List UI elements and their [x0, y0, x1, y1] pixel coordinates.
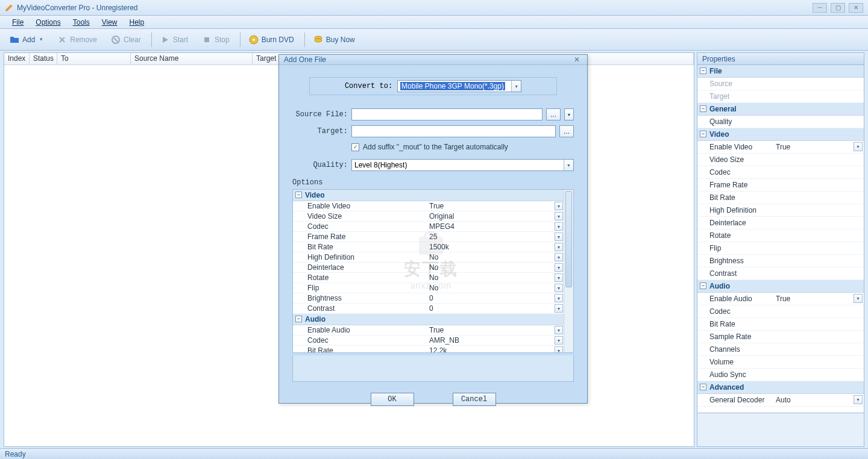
opt-row[interactable]: RotateNo▼ — [293, 273, 564, 283]
target-input[interactable] — [351, 125, 556, 137]
prop-value[interactable] — [773, 356, 864, 368]
prop-row[interactable]: Deinterlace — [697, 217, 864, 230]
col-status[interactable]: Status — [30, 53, 57, 64]
prop-value[interactable] — [773, 154, 864, 166]
opt-row[interactable]: Enable AudioTrue▼ — [293, 325, 564, 336]
prop-row[interactable]: Video Size — [697, 154, 864, 166]
opt-category[interactable]: −Video — [293, 190, 564, 201]
menu-help[interactable]: Help — [124, 18, 151, 27]
prop-value[interactable] — [773, 230, 864, 242]
prop-row[interactable]: Enable AudioTrue▼ — [697, 293, 864, 305]
opt-value[interactable]: True▼ — [427, 325, 564, 335]
prop-category[interactable]: −Audio — [697, 280, 864, 293]
collapse-icon[interactable]: − — [295, 192, 302, 198]
chevron-down-icon[interactable]: ▼ — [555, 273, 563, 282]
opt-row[interactable]: Video SizeOriginal▼ — [293, 211, 564, 222]
properties-grid[interactable]: −FileSourceTarget−GeneralQuality−VideoEn… — [697, 64, 864, 413]
chevron-down-icon[interactable]: ▼ — [854, 142, 863, 151]
prop-value[interactable] — [773, 90, 864, 102]
prop-row[interactable]: Frame Rate — [697, 179, 864, 192]
quality-select[interactable]: Level 8(Highest) ▼ — [351, 159, 574, 171]
prop-row[interactable]: High Definition — [697, 204, 864, 217]
collapse-icon[interactable]: − — [700, 131, 706, 137]
opt-value[interactable]: 1500k▼ — [427, 242, 564, 252]
opt-value[interactable]: Original▼ — [427, 211, 564, 221]
prop-value[interactable] — [773, 192, 864, 204]
opt-row[interactable]: Brightness0▼ — [293, 293, 564, 304]
prop-row[interactable]: Sample Rate — [697, 331, 864, 343]
browse-source-button[interactable]: ... — [546, 108, 561, 120]
prop-value[interactable] — [773, 116, 864, 128]
opt-row[interactable]: Frame Rate25▼ — [293, 232, 564, 242]
opt-value[interactable]: 0▼ — [427, 293, 564, 303]
chevron-down-icon[interactable]: ▼ — [555, 346, 563, 352]
opt-row[interactable]: FlipNo▼ — [293, 283, 564, 293]
remove-button[interactable]: Remove — [51, 32, 102, 48]
chevron-down-icon[interactable]: ▼ — [555, 304, 563, 313]
cancel-button[interactable]: Cancel — [453, 393, 496, 406]
opt-row[interactable]: Bit Rate12.2k▼ — [293, 346, 564, 352]
prop-row[interactable]: Bit Rate — [697, 318, 864, 331]
chevron-down-icon[interactable]: ▼ — [555, 233, 563, 241]
prop-value[interactable] — [773, 331, 864, 343]
clear-button[interactable]: Clear — [105, 32, 146, 48]
menu-view[interactable]: View — [96, 18, 124, 27]
chevron-down-icon[interactable]: ▼ — [555, 294, 563, 302]
opt-row[interactable]: CodecMPEG4▼ — [293, 222, 564, 232]
prop-row[interactable]: Channels — [697, 343, 864, 356]
prop-category[interactable]: −General — [697, 103, 864, 116]
prop-value[interactable] — [773, 78, 864, 90]
prop-category[interactable]: −File — [697, 65, 864, 78]
buy-now-button[interactable]: Buy Now — [307, 32, 360, 48]
opt-row[interactable]: Bit Rate1500k▼ — [293, 242, 564, 252]
opt-value[interactable]: No▼ — [427, 273, 564, 283]
ok-button[interactable]: OK — [371, 393, 414, 406]
prop-value[interactable]: True▼ — [773, 141, 864, 153]
menu-file[interactable]: File — [6, 18, 30, 27]
opt-value[interactable]: True▼ — [427, 201, 564, 211]
prop-value[interactable] — [773, 267, 864, 279]
prop-value[interactable] — [773, 343, 864, 355]
prop-category[interactable]: −Advanced — [697, 381, 864, 394]
prop-value[interactable] — [773, 217, 864, 229]
collapse-icon[interactable]: − — [700, 67, 706, 74]
options-scrollbar[interactable] — [564, 190, 573, 352]
prop-value[interactable]: Auto▼ — [773, 394, 864, 406]
opt-value[interactable]: No▼ — [427, 263, 564, 272]
source-dropdown-button[interactable]: ▼ — [564, 108, 574, 120]
chevron-down-icon[interactable]: ▼ — [555, 263, 563, 272]
dialog-close-button[interactable]: ✕ — [571, 55, 582, 64]
prop-value[interactable] — [773, 204, 864, 216]
chevron-down-icon[interactable]: ▼ — [555, 212, 563, 220]
chevron-down-icon[interactable]: ▼ — [555, 326, 563, 334]
dialog-titlebar[interactable]: Add One File ✕ — [279, 55, 587, 65]
opt-value[interactable]: MPEG4▼ — [427, 222, 564, 231]
opt-category[interactable]: −Audio — [293, 314, 564, 325]
collapse-icon[interactable]: − — [700, 283, 706, 289]
prop-value[interactable]: True▼ — [773, 293, 864, 305]
col-to[interactable]: To — [57, 53, 131, 64]
chevron-down-icon[interactable]: ▼ — [555, 284, 563, 292]
prop-category[interactable]: −Video — [697, 128, 864, 141]
col-index[interactable]: Index — [4, 53, 30, 64]
prop-row[interactable]: Target — [697, 90, 864, 103]
col-source-name[interactable]: Source Name — [131, 53, 253, 64]
prop-value[interactable] — [773, 242, 864, 254]
collapse-icon[interactable]: − — [700, 384, 706, 390]
prop-row[interactable]: Volume — [697, 356, 864, 369]
collapse-icon[interactable]: − — [295, 316, 302, 322]
prop-row[interactable]: Audio Sync — [697, 369, 864, 381]
prop-value[interactable] — [773, 166, 864, 178]
prop-row[interactable]: Contrast — [697, 267, 864, 280]
prop-row[interactable]: Rotate — [697, 230, 864, 242]
source-file-input[interactable] — [351, 108, 542, 120]
opt-row[interactable]: Enable VideoTrue▼ — [293, 201, 564, 211]
suffix-checkbox[interactable]: ✓ — [351, 143, 359, 151]
chevron-down-icon[interactable]: ▼ — [555, 222, 563, 231]
opt-value[interactable]: 0▼ — [427, 304, 564, 313]
stop-button[interactable]: Stop — [196, 32, 235, 48]
opt-row[interactable]: CodecAMR_NB▼ — [293, 336, 564, 346]
browse-target-button[interactable]: ... — [559, 125, 574, 137]
menu-tools[interactable]: Tools — [67, 18, 96, 27]
add-button[interactable]: Add ▼ — [4, 32, 49, 48]
